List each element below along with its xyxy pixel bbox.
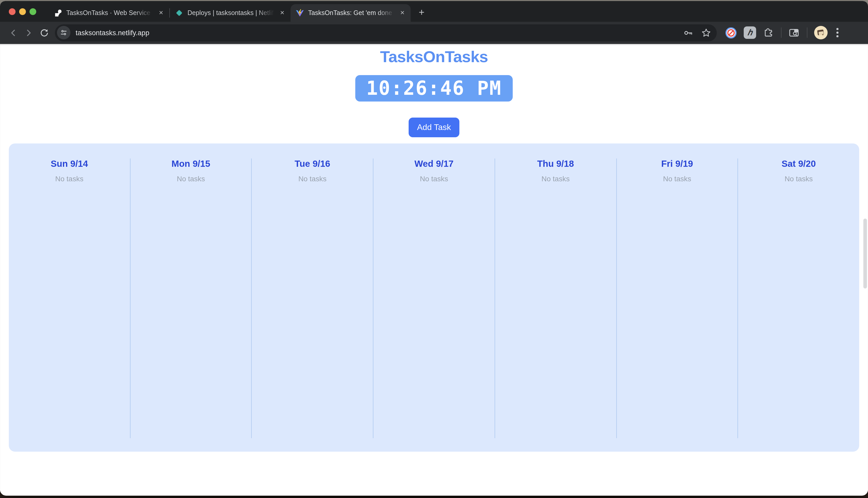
page-content: TasksOnTasks 10:26:46 PM Add Task Sun 9/… [0, 44, 868, 495]
extensions-puzzle-icon[interactable] [763, 27, 774, 38]
day-label: Sat 9/20 [738, 158, 859, 169]
extension-icons: ℎ [725, 26, 840, 39]
vite-logo-icon [296, 9, 304, 17]
tab-close-icon[interactable]: × [278, 9, 286, 17]
tab-close-icon[interactable]: × [398, 9, 407, 17]
screen: TasksOnTasks · Web Service × Deploys | t… [0, 0, 868, 498]
window-zoom-button[interactable] [29, 8, 36, 15]
add-task-button[interactable]: Add Task [409, 118, 459, 137]
render-logo-icon [54, 9, 62, 17]
tab-tasksontasks-active[interactable]: TasksOnTasks: Get 'em done × [291, 4, 411, 22]
site-info-button[interactable] [57, 26, 70, 39]
tab-close-icon[interactable]: × [157, 9, 165, 17]
no-tasks-text: No tasks [738, 174, 859, 183]
day-label: Fri 9/19 [617, 158, 737, 169]
traffic-lights [9, 8, 36, 15]
no-tasks-text: No tasks [9, 174, 130, 183]
day-column-tuesday: Tue 9/16 No tasks [252, 158, 373, 438]
window-close-button[interactable] [9, 8, 15, 15]
day-label: Wed 9/17 [373, 158, 494, 169]
day-label: Tue 9/16 [252, 158, 373, 169]
day-label: Mon 9/15 [130, 158, 251, 169]
browser-menu-button[interactable] [834, 26, 840, 39]
tab-netlify-deploys[interactable]: Deploys | tasksontasks | Netlify × [170, 4, 291, 22]
tune-icon [60, 28, 68, 37]
password-key-icon[interactable] [683, 27, 694, 38]
url-bar[interactable]: tasksontasks.netlify.app [55, 24, 717, 41]
tab-title: TasksOnTasks · Web Service [66, 9, 155, 16]
url-text[interactable]: tasksontasks.netlify.app [76, 29, 683, 37]
forward-button[interactable] [21, 25, 36, 40]
content-blocker-extension-icon[interactable] [725, 27, 737, 39]
day-column-sunday: Sun 9/14 No tasks [9, 158, 130, 438]
back-button[interactable] [5, 25, 21, 40]
day-label: Sun 9/14 [9, 158, 130, 169]
reload-button[interactable] [36, 25, 52, 40]
tab-tasksontasks-web-service[interactable]: TasksOnTasks · Web Service × [49, 4, 169, 22]
digital-clock: 10:26:46 PM [355, 75, 512, 102]
day-column-wednesday: Wed 9/17 No tasks [373, 158, 495, 438]
tabs: TasksOnTasks · Web Service × Deploys | t… [49, 1, 428, 22]
page-title: TasksOnTasks [0, 48, 868, 66]
profile-avatar[interactable] [814, 26, 828, 39]
forward-icon [24, 28, 34, 38]
day-label: Thu 9/18 [495, 158, 616, 169]
no-tasks-text: No tasks [373, 174, 494, 183]
netlify-logo-icon [175, 9, 183, 17]
no-tasks-text: No tasks [130, 174, 251, 183]
no-tasks-text: No tasks [495, 174, 616, 183]
toolbar-divider [781, 27, 781, 38]
day-column-friday: Fri 9/19 No tasks [617, 158, 738, 438]
week-board: Sun 9/14 No tasks Mon 9/15 No tasks Tue … [9, 143, 859, 451]
bookmark-star-icon[interactable] [701, 27, 712, 38]
day-column-monday: Mon 9/15 No tasks [130, 158, 252, 438]
back-icon [8, 28, 18, 38]
tab-title: Deploys | tasksontasks | Netlify [187, 9, 276, 16]
reload-icon [39, 28, 49, 38]
tab-search-device-icon[interactable] [788, 27, 800, 39]
page-scrollbar[interactable] [863, 219, 867, 288]
toolbar-divider [807, 27, 807, 38]
new-tab-button[interactable]: + [415, 6, 428, 20]
day-column-saturday: Sat 9/20 No tasks [738, 158, 859, 438]
tab-title: TasksOnTasks: Get 'em done [308, 9, 396, 16]
no-tasks-text: No tasks [617, 174, 737, 183]
h-extension-icon[interactable]: ℎ [744, 26, 756, 39]
browser-window: TasksOnTasks · Web Service × Deploys | t… [0, 1, 868, 496]
window-minimize-button[interactable] [19, 8, 26, 15]
toolbar: tasksontasks.netlify.app [0, 22, 868, 44]
no-tasks-text: No tasks [252, 174, 373, 183]
day-column-thursday: Thu 9/18 No tasks [495, 158, 617, 438]
tab-strip: TasksOnTasks · Web Service × Deploys | t… [0, 1, 868, 22]
